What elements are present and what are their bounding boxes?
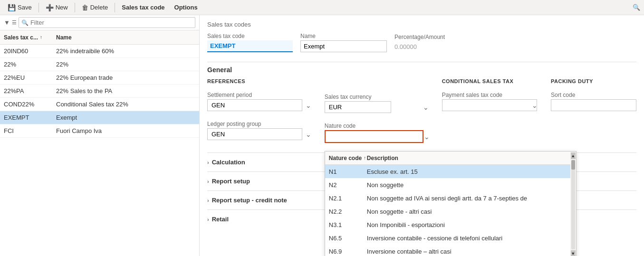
payment-sales-tax-code-label: Payment sales tax code: [442, 92, 541, 98]
payment-sales-tax-code-field: Payment sales tax code: [442, 92, 541, 111]
currency-nature-col: Sales tax currency EUR Nature code ⌄: [325, 78, 433, 148]
conditional-sales-tax-col: CONDITIONAL SALES TAX Payment sales tax …: [442, 78, 541, 116]
sort-code-field: Sort code: [551, 92, 636, 111]
list-row[interactable]: EXEMPTExempt: [0, 111, 199, 124]
ledger-posting-group-field: Ledger posting group GEN: [207, 121, 315, 140]
section-label: Report setup - credit note: [212, 197, 287, 204]
list-row-code: FCI: [4, 127, 56, 134]
filter-input-wrap: 🔍: [19, 17, 195, 28]
sales-tax-code-field: Sales tax code: [207, 33, 293, 52]
scroll-thumb[interactable]: [571, 160, 575, 170]
list-row[interactable]: 20IND6022% indetraibile 60%: [0, 45, 199, 58]
collapse-icon: ›: [207, 160, 209, 165]
sales-tax-code-label: Sales tax code: [207, 33, 293, 39]
left-panel: ▼ ☰ 🔍 Sales tax c... ↑ Name 20IND6022% i…: [0, 15, 200, 256]
payment-sales-tax-code-dropdown-wrapper: [442, 99, 541, 111]
sales-tax-currency-dropdown-wrapper: EUR: [325, 101, 433, 113]
sales-tax-code-menu[interactable]: Sales tax code: [118, 4, 168, 11]
sales-tax-currency-label: Sales tax currency: [325, 94, 433, 100]
delete-icon: 🗑: [82, 4, 88, 11]
list-row[interactable]: COND22%Conditional Sales tax 22%: [0, 98, 199, 111]
dropdown-row-desc: Non Imponibili - esportazioni: [367, 221, 567, 228]
dropdown-list-header: Nature code ↑ Description: [325, 152, 570, 165]
ledger-posting-group-label: Ledger posting group: [207, 121, 315, 127]
sort-code-label: Sort code: [551, 92, 636, 98]
list-row-name: Conditional Sales tax 22%: [56, 101, 195, 108]
dropdown-row-desc: Inversione contabile - cessione di telef…: [367, 235, 567, 242]
dropdown-list-row[interactable]: N6.9Inversione contabile – altri casi: [325, 245, 570, 256]
scroll-up-button[interactable]: ▲: [571, 152, 576, 159]
conditional-sales-tax-heading: CONDITIONAL SALES TAX: [442, 78, 541, 84]
dropdown-row-code: N6.5: [329, 235, 367, 242]
list-row-code: 22%PA: [4, 87, 56, 95]
payment-sales-tax-code-select[interactable]: [442, 99, 537, 111]
list-row-name: Exempt: [56, 114, 195, 121]
dropdown-row-code: N2.2: [329, 208, 367, 215]
references-heading: REFERENCES: [207, 78, 315, 84]
dropdown-list-row[interactable]: N6.5Inversione contabile - cessione di t…: [325, 231, 570, 245]
dropdown-row-code: N2.1: [329, 195, 367, 202]
form-row: Sales tax code Name Percentage/Amount 0.…: [207, 33, 636, 52]
ledger-posting-group-select[interactable]: GEN: [207, 128, 302, 140]
dropdown-list-row[interactable]: N2.1Non soggette ad IVA ai sensi degli a…: [325, 191, 570, 205]
dropdown-row-code: N1: [329, 168, 367, 175]
settlement-period-dropdown-wrapper: GEN: [207, 99, 315, 111]
sort-arrow-icon: ↑: [40, 35, 42, 40]
list-row-name: Fuori Campo Iva: [56, 127, 195, 134]
sales-tax-currency-select[interactable]: EUR: [325, 101, 391, 113]
delete-button[interactable]: 🗑 Delete: [78, 2, 112, 13]
search-icon[interactable]: 🔍: [633, 4, 640, 11]
percentage-amount-value: 0.00000: [394, 41, 445, 52]
nature-code-input-wrapper: ⌄: [325, 130, 433, 143]
packing-duty-col: PACKING DUTY Sort code: [551, 78, 636, 116]
percentage-amount-label: Percentage/Amount: [394, 34, 445, 40]
settlement-period-select[interactable]: GEN: [207, 99, 302, 111]
scroll-down-button[interactable]: ▼: [571, 250, 576, 256]
list-row[interactable]: 22%22%: [0, 58, 199, 71]
list-row[interactable]: FCIFuori Campo Iva: [0, 124, 199, 138]
collapse-icon: ›: [207, 198, 209, 203]
dropdown-row-code: N2: [329, 181, 367, 189]
collapse-icon: ›: [207, 217, 209, 222]
settlement-period-label: Settlement period: [207, 92, 315, 98]
new-button[interactable]: ➕ New: [42, 2, 72, 13]
section-label: Report setup: [212, 178, 250, 185]
general-title: General: [207, 66, 636, 74]
dropdown-row-desc: Non soggette ad IVA ai sensi degli artt.…: [367, 195, 567, 202]
references-row: REFERENCES Settlement period GEN Ledger …: [207, 78, 636, 148]
sales-tax-currency-field: Sales tax currency EUR: [325, 94, 433, 113]
dropdown-rows-container: N1Escluse ex. art. 15N2Non soggetteN2.1N…: [325, 165, 570, 256]
list-row[interactable]: 22%PA22% Sales to the PA: [0, 85, 199, 98]
filter-icon[interactable]: ▼: [4, 19, 10, 26]
dropdown-list-row[interactable]: N3.1Non Imponibili - esportazioni: [325, 218, 570, 231]
list-row[interactable]: 22%EU22% European trade: [0, 71, 199, 85]
list-header: Sales tax c... ↑ Name: [0, 30, 199, 45]
new-icon: ➕: [46, 4, 54, 11]
dropdown-row-code: N3.1: [329, 221, 367, 228]
sort-icon[interactable]: ☰: [12, 19, 17, 26]
search-icon-small: 🔍: [21, 19, 29, 26]
dropdown-list-row[interactable]: N2.2Non soggette - altri casi: [325, 205, 570, 218]
settlement-period-field: Settlement period GEN: [207, 92, 315, 111]
filter-input[interactable]: [19, 17, 195, 28]
dropdown-sort-arrow-icon: ↑: [364, 155, 366, 161]
percentage-amount-field: Percentage/Amount 0.00000: [394, 34, 445, 52]
dropdown-row-desc: Escluse ex. art. 15: [367, 168, 567, 175]
sales-tax-code-input[interactable]: [207, 40, 293, 52]
col-header-code[interactable]: Sales tax c... ↑: [4, 34, 56, 41]
sort-code-input[interactable]: [551, 99, 636, 111]
packing-duty-heading: PACKING DUTY: [551, 78, 636, 84]
dropdown-list-row[interactable]: N2Non soggette: [325, 178, 570, 191]
list-row-name: 22%: [56, 61, 195, 68]
dropdown-scrollbar[interactable]: ▲ ▼: [570, 152, 576, 256]
name-input[interactable]: [300, 40, 387, 52]
save-button[interactable]: 💾 Save: [4, 2, 36, 13]
toolbar: 💾 Save ➕ New 🗑 Delete Sales tax code Opt…: [0, 0, 644, 15]
options-menu[interactable]: Options: [171, 4, 202, 11]
right-panel: Sales tax codes Sales tax code Name Perc…: [200, 15, 644, 256]
nature-code-input[interactable]: [325, 130, 423, 143]
section-label: Retail: [212, 216, 229, 223]
dropdown-list-row[interactable]: N1Escluse ex. art. 15: [325, 165, 570, 178]
dropdown-row-desc: Inversione contabile – altri casi: [367, 248, 567, 255]
dropdown-col-code-header: Nature code ↑: [329, 155, 367, 161]
